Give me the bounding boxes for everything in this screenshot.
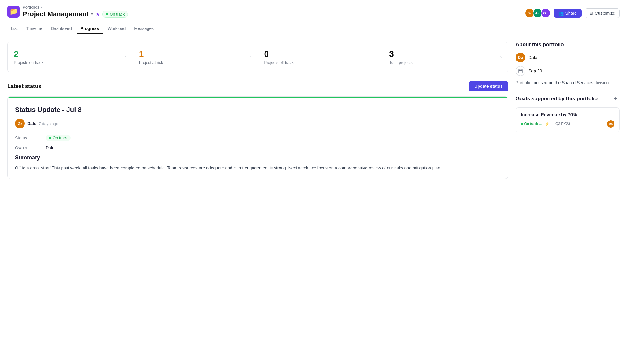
about-owner-row: Da Dale <box>516 53 620 62</box>
goal-status-dot <box>521 123 523 125</box>
tab-timeline[interactable]: Timeline <box>23 24 46 34</box>
tab-messages[interactable]: Messages <box>130 24 157 34</box>
goals-section: Goals supported by this portfolio + Incr… <box>516 95 620 132</box>
breadcrumb: Portfolios › Project Management ▾ ★ On t… <box>23 5 128 18</box>
latest-status-header: Latest status Update status <box>7 81 508 91</box>
summary-text: Off to a great start! This past week, al… <box>15 165 501 171</box>
stat-at-risk-arrow: › <box>250 54 251 60</box>
latest-status-title: Latest status <box>7 83 41 90</box>
about-section: About this portfolio Da Dale Sep 30 Port… <box>516 42 620 86</box>
about-date: Sep 30 <box>528 69 542 73</box>
goal-quarter: Q3 FY23 <box>555 122 570 126</box>
goal-avatar: Da <box>607 120 614 128</box>
share-icon: 👥 <box>558 11 564 16</box>
goal-card[interactable]: Increase Revenue by 70% On track ... ⚡ ·… <box>516 107 620 132</box>
stat-on-track-number: 2 <box>14 49 43 59</box>
stat-at-risk[interactable]: 1 Project at risk › <box>133 42 258 72</box>
header-actions: Da Au Ge 👥 Share ⊞ Customize <box>525 8 620 18</box>
stat-total-number: 3 <box>389 49 413 59</box>
stat-off-track-number: 0 <box>264 49 294 59</box>
right-panel: About this portfolio Da Dale Sep 30 Port… <box>516 42 620 179</box>
tab-dashboard[interactable]: Dashboard <box>47 24 76 34</box>
tab-progress[interactable]: Progress <box>77 24 103 34</box>
status-card-body: Status Update - Jul 8 Da Dale 7 days ago… <box>8 98 508 179</box>
about-title: About this portfolio <box>516 42 620 48</box>
calendar-icon <box>516 66 525 76</box>
tab-workload[interactable]: Workload <box>104 24 129 34</box>
goals-header: Goals supported by this portfolio + <box>516 95 620 103</box>
stat-on-track-label: Projects on track <box>14 60 43 65</box>
stat-total-arrow: › <box>500 54 502 60</box>
header: 📁 Portfolios › Project Management ▾ ★ On… <box>0 0 627 34</box>
stat-at-risk-label: Project at risk <box>139 60 163 65</box>
star-icon[interactable]: ★ <box>96 11 100 17</box>
goal-name: Increase Revenue by 70% <box>521 112 614 117</box>
owner-value: Dale <box>46 145 54 150</box>
goal-status: On track ... <box>521 122 542 126</box>
owner-field-row: Owner Dale <box>15 145 501 150</box>
stat-off-track-label: Projects off track <box>264 60 294 65</box>
avatar-stack: Da Au Ge <box>525 8 550 18</box>
customize-button[interactable]: ⊞ Customize <box>585 8 620 18</box>
goal-status-text: On track ... <box>524 122 542 126</box>
page-title: Project Management <box>23 10 88 18</box>
about-owner-name: Dale <box>528 55 537 60</box>
title-chevron-icon[interactable]: ▾ <box>91 12 93 17</box>
header-top-row: 📁 Portfolios › Project Management ▾ ★ On… <box>7 5 620 21</box>
stats-row: 2 Projects on track › 1 Project at risk … <box>7 42 508 72</box>
title-area: 📁 Portfolios › Project Management ▾ ★ On… <box>7 5 128 18</box>
stat-at-risk-number: 1 <box>139 49 163 59</box>
status-dot <box>106 13 108 15</box>
main-content: 2 Projects on track › 1 Project at risk … <box>0 34 627 186</box>
author-row: Da Dale 7 days ago <box>15 119 501 128</box>
share-button[interactable]: 👥 Share <box>554 9 582 18</box>
on-track-text: On track <box>53 136 68 140</box>
breadcrumb-arrow: › <box>40 5 42 9</box>
author-name: Dale <box>27 121 36 126</box>
status-badge: On track <box>102 11 128 18</box>
left-panel: 2 Projects on track › 1 Project at risk … <box>7 42 508 179</box>
status-label: On track <box>110 12 125 17</box>
tab-list[interactable]: List <box>7 24 21 34</box>
stat-total[interactable]: 3 Total projects › <box>383 42 508 72</box>
on-track-dot <box>49 137 51 139</box>
svg-rect-0 <box>519 69 522 73</box>
goal-meta: On track ... ⚡ · Q3 FY23 Da <box>521 120 614 128</box>
folder-icon: 📁 <box>7 6 20 18</box>
stat-off-track: 0 Projects off track <box>258 42 383 72</box>
lightning-icon: ⚡ <box>545 122 550 126</box>
nav-tabs: List Timeline Dashboard Progress Workloa… <box>7 24 620 34</box>
about-owner-avatar: Da <box>516 53 525 62</box>
avatar-ge[interactable]: Ge <box>541 8 550 18</box>
summary-title: Summary <box>15 154 501 161</box>
breadcrumb-label[interactable]: Portfolios <box>23 5 39 9</box>
status-card: Status Update - Jul 8 Da Dale 7 days ago… <box>7 96 508 179</box>
stat-total-label: Total projects <box>389 60 413 65</box>
about-description: Portfolio focused on the Shared Services… <box>516 80 620 86</box>
stat-on-track-arrow: › <box>125 54 126 60</box>
on-track-badge: On track <box>46 135 71 141</box>
time-ago: 7 days ago <box>39 121 58 126</box>
owner-field-label: Owner <box>15 145 46 150</box>
author-avatar: Da <box>15 119 25 128</box>
status-field-label: Status <box>15 136 46 140</box>
about-date-row: Sep 30 <box>516 66 620 76</box>
stat-on-track[interactable]: 2 Projects on track › <box>8 42 133 72</box>
add-goal-button[interactable]: + <box>611 95 620 103</box>
status-update-title: Status Update - Jul 8 <box>15 106 501 114</box>
update-status-button[interactable]: Update status <box>469 81 508 91</box>
goals-title: Goals supported by this portfolio <box>516 96 598 102</box>
grid-icon: ⊞ <box>589 11 593 16</box>
status-field-row: Status On track <box>15 135 501 141</box>
